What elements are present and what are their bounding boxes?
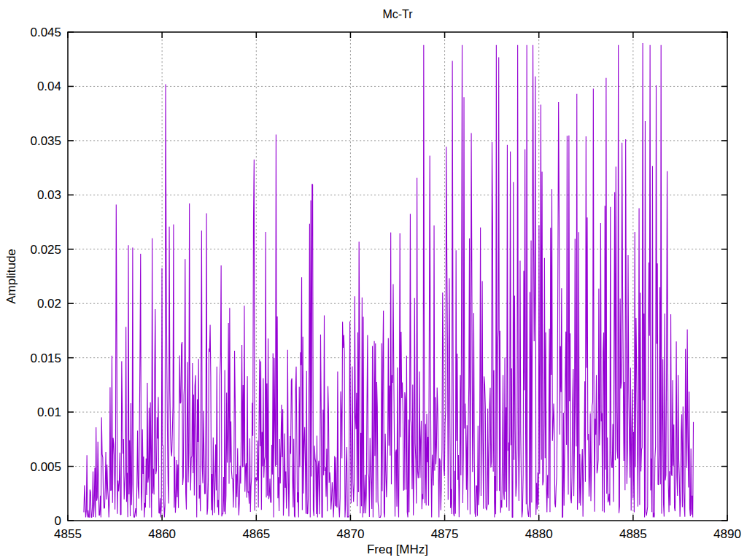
series-line xyxy=(84,43,694,518)
y-tick-label: 0.005 xyxy=(30,460,61,474)
x-tick-label: 4865 xyxy=(242,527,270,541)
y-tick-label: 0.01 xyxy=(37,405,61,419)
x-tick-label: 4880 xyxy=(525,527,553,541)
y-tick-label: 0.04 xyxy=(37,79,61,93)
y-tick-label: 0 xyxy=(55,514,61,528)
y-axis-label: Amplitude xyxy=(4,249,18,304)
y-tick-label: 0.035 xyxy=(30,134,61,148)
chart-title: Mc-Tr xyxy=(382,8,413,20)
x-tick-label: 4855 xyxy=(54,527,82,541)
y-tick-label: 0.045 xyxy=(30,26,61,39)
x-tick-label: 4875 xyxy=(431,527,459,541)
y-tick-label: 0.03 xyxy=(37,188,61,202)
x-axis-label: Freq [MHz] xyxy=(367,542,428,556)
spectrum-chart: 4855486048654870487548804885489000.0050.… xyxy=(0,0,747,560)
x-tick-label: 4890 xyxy=(713,527,741,541)
y-tick-label: 0.025 xyxy=(30,243,61,257)
x-tick-label: 4885 xyxy=(619,527,647,541)
series-layer xyxy=(84,43,694,518)
gnuplot-chart-window: 4855486048654870487548804885489000.0050.… xyxy=(0,0,747,560)
y-tick-label: 0.02 xyxy=(37,297,61,311)
x-tick-label: 4870 xyxy=(337,527,365,541)
y-tick-label: 0.015 xyxy=(30,351,61,365)
x-tick-label: 4860 xyxy=(148,527,176,541)
